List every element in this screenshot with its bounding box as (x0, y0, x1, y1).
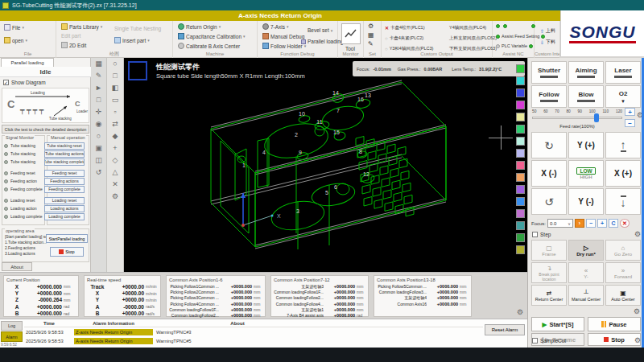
color-swatch[interactable] (516, 137, 525, 146)
gear-icon[interactable]: ⚙ (517, 308, 523, 316)
edit-icon[interactable]: ✎ (91, 70, 106, 82)
color-swatch[interactable] (516, 233, 525, 242)
custom-output-item[interactable]: ✕ 卡盘4松开(PLC1) (385, 25, 425, 31)
set-tool3-button[interactable]: ✎ (368, 40, 374, 47)
tab-parallel-loading[interactable]: Parallel loading (1, 58, 54, 67)
box-select-icon[interactable]: □ (91, 94, 106, 106)
focus-select[interactable]: 0.0∨ (547, 219, 573, 228)
speed-low-high-toggle[interactable]: LOWHIGH (568, 160, 604, 187)
start-parallel-loading-button[interactable]: StartParallel loading (46, 234, 88, 243)
file-button[interactable]: File▾ (4, 24, 24, 31)
color-swatch[interactable] (516, 125, 525, 134)
manual-operation-button[interactable]: Feeding complete (44, 186, 85, 193)
reset-alarm-button[interactable]: Reset Alarm (485, 324, 525, 335)
edit-2d-button[interactable]: 2D Edit (61, 42, 86, 48)
fit-view-icon[interactable]: ▣ (91, 142, 106, 154)
rotate-a-plus-button[interactable]: ↻ (531, 132, 567, 158)
gear-icon[interactable]: ⚙ (634, 336, 641, 344)
drawing-canvas[interactable]: X 12345678910111213141516 性能测试零件 Square … (124, 58, 527, 272)
rect-tool-icon[interactable]: □ (107, 70, 123, 82)
color-swatch[interactable] (516, 149, 525, 158)
edit-part-button[interactable]: Edit part (61, 33, 80, 39)
focus-plus-button[interactable]: + (597, 219, 607, 228)
blow-button[interactable]: Blow (568, 85, 604, 108)
triangle-tool-icon[interactable]: △ (107, 167, 123, 179)
sample-cut-checkbox[interactable]: SampleCut ⚙ (532, 336, 641, 344)
lift-up-button[interactable]: ↑ (605, 132, 641, 158)
open-button[interactable]: open▾ (4, 37, 27, 43)
jog-x-minus-button[interactable]: X (-) (531, 160, 567, 187)
manual-operation-button[interactable]: Loading actions (44, 205, 85, 212)
settings-icon[interactable]: ⚙ (107, 191, 123, 203)
bevel-set-button[interactable]: Bevel set▾ (308, 27, 332, 33)
load-up-button[interactable]: ⇧上料 (540, 27, 555, 35)
rotate-a-minus-button[interactable]: ↺ (531, 188, 567, 215)
color-swatch[interactable] (516, 185, 525, 194)
plc63-output[interactable]: 下料支架回原点(PLC63) (449, 46, 497, 51)
plc62-output[interactable]: 上料支架回原点(PLC62) (449, 35, 497, 41)
half-rect-icon[interactable]: ◧ (107, 82, 123, 94)
feed-rate-slider[interactable] (532, 117, 622, 119)
color-swatch[interactable] (516, 161, 525, 170)
custom-output-item[interactable]: ○ 卡盘4夹紧(PLC2) (385, 35, 423, 41)
manual-operation-button[interactable]: Tube stacking reset (44, 142, 85, 150)
manual-operation-button[interactable]: Loading complete (44, 213, 85, 220)
window-icon[interactable]: ◫ (91, 154, 106, 167)
plc-variable-button[interactable]: PLC Variable (496, 43, 533, 48)
color-swatch[interactable] (516, 245, 525, 254)
manual-operation-button[interactable]: Feeding actions (44, 178, 85, 185)
show-diagram-checkbox[interactable]: ✓ Show Diagram (3, 80, 46, 85)
stop-loading-button[interactable]: Stop (50, 247, 84, 257)
start-button[interactable]: ▶Start*[S] (531, 317, 584, 331)
dry-run-button[interactable]: ▷Dry run* (568, 240, 604, 261)
jog-y-minus-button[interactable]: Y (-) (568, 188, 604, 215)
lift-down-button[interactable]: ↓ (605, 188, 641, 215)
delete-icon[interactable]: ✕ (107, 179, 123, 191)
polygon-tool-icon[interactable]: ◇ (107, 154, 123, 167)
color-swatch[interactable] (516, 173, 525, 182)
color-swatch[interactable] (516, 101, 525, 109)
pause-button[interactable]: Pause (588, 317, 641, 331)
seven-axis-button[interactable]: 7-Axis▾ (262, 23, 289, 30)
break-point-location-button[interactable]: ↴Break point location (531, 262, 567, 283)
grid-icon[interactable]: ▦ (91, 58, 106, 70)
backward-button[interactable]: «Y- (568, 262, 604, 283)
feed-minus-button[interactable]: − (625, 119, 635, 127)
zoom-icon[interactable]: ○ (91, 130, 106, 142)
color-swatch[interactable] (516, 197, 525, 206)
pan-icon[interactable]: ✛ (91, 106, 106, 118)
focus-refresh-button[interactable]: C (609, 219, 618, 228)
plc4-output[interactable]: Y4轴回原点(PLC4) (449, 25, 486, 31)
manual-debug-button[interactable]: Manual Debug (262, 33, 304, 39)
return-center-button[interactable]: ⇄Return Center (531, 285, 567, 306)
calibrate-b-axis-button[interactable]: Calibrate B Axis Center (178, 43, 240, 49)
laser-button[interactable]: Laser (605, 61, 641, 84)
capacitance-calibration-button[interactable]: Capacitance Calibration▾ (178, 33, 246, 39)
aiming-button[interactable]: Aiming (568, 61, 604, 84)
focus-minus-button[interactable]: − (586, 219, 596, 228)
follow-holder-button[interactable]: Follow Holder▾ (262, 43, 306, 49)
color-swatch[interactable] (516, 64, 525, 73)
feed-plus-button[interactable]: + (625, 108, 635, 116)
alarm-row[interactable]: 2025/9/26 9:58:53 A-axis Needs Return Or… (24, 336, 483, 345)
slider-handle[interactable] (594, 113, 599, 122)
manual-operation-button[interactable]: Feeding reset (44, 170, 85, 177)
cross-tool-icon[interactable]: + (107, 142, 123, 154)
o2-button[interactable]: O2▼ (605, 85, 641, 108)
set-tool2-button[interactable]: ▦ (368, 31, 374, 39)
single-tube-nesting-button[interactable]: Single Tube Nesting (114, 26, 161, 31)
follow-button[interactable]: Follow (531, 85, 567, 108)
small-rect-icon[interactable]: ▫ (107, 106, 123, 118)
swap-icon[interactable]: ⇄ (107, 118, 123, 130)
frame-button[interactable]: ▢Frame (531, 240, 567, 261)
color-swatch[interactable] (516, 88, 525, 97)
shutter-button[interactable]: Shutter (531, 61, 567, 84)
tab-alarm[interactable]: Alarm (1, 331, 23, 342)
alarm-row[interactable]: 2025/9/26 9:58:53 Z-axis Needs Return Or… (24, 327, 483, 336)
tab-about[interactable]: About (2, 262, 32, 271)
description-button[interactable]: Click the text to check the detailed des… (2, 125, 89, 134)
focus-apply-button[interactable]: › (575, 219, 584, 228)
forward-button[interactable]: »Forward (605, 262, 641, 283)
manual-operation-button[interactable]: Loading reset (44, 197, 85, 204)
slot-tool-icon[interactable]: ▭ (107, 94, 123, 106)
